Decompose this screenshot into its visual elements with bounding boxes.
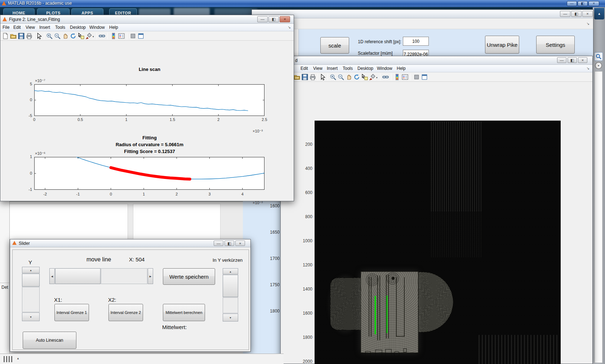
- close-button[interactable]: ×: [582, 11, 593, 17]
- menu-window[interactable]: Window: [89, 25, 105, 30]
- minimize-button[interactable]: —: [560, 11, 570, 17]
- dock-arrow-icon[interactable]: ↘: [288, 25, 291, 29]
- save-icon[interactable]: [18, 33, 25, 39]
- menu-desktop[interactable]: Desktop: [70, 25, 86, 30]
- menu-edit[interactable]: Edit: [13, 25, 21, 30]
- pan-hand-icon[interactable]: [346, 74, 352, 80]
- brush-dropdown-icon[interactable]: ▾: [376, 76, 378, 79]
- interval-limit1-button[interactable]: Interval Grenze 1: [54, 304, 89, 321]
- menu-view[interactable]: View: [26, 25, 35, 30]
- new-figure-icon[interactable]: [2, 33, 9, 39]
- brush-dropdown-icon[interactable]: ▾: [93, 35, 94, 38]
- grip-icon[interactable]: [4, 356, 13, 362]
- close-button[interactable]: ×: [578, 57, 587, 63]
- close-button[interactable]: ×: [280, 16, 290, 22]
- brush-icon[interactable]: [86, 33, 92, 39]
- print-icon[interactable]: [310, 74, 316, 80]
- in-y-slider[interactable]: ▲ ▼: [223, 268, 239, 322]
- slider-thumb[interactable]: [55, 268, 101, 284]
- open-icon[interactable]: [10, 33, 17, 39]
- expand-arrow-icon[interactable]: ▲: [17, 357, 19, 360]
- close-button[interactable]: ×: [235, 241, 245, 246]
- minimize-button[interactable]: —: [214, 241, 223, 246]
- y-slider[interactable]: ▲ ▼: [22, 267, 40, 321]
- data-cursor-icon[interactable]: [361, 74, 368, 80]
- menu-desktop[interactable]: Desktop: [357, 66, 373, 71]
- menu-help[interactable]: Help: [397, 66, 406, 71]
- auto-linescan-button[interactable]: Auto Linescan: [23, 332, 76, 349]
- brush-icon[interactable]: [369, 74, 376, 80]
- settings-button[interactable]: Settings: [536, 36, 575, 54]
- dropdown-button[interactable]: ▼: [595, 62, 602, 69]
- menu-view[interactable]: View: [313, 66, 322, 71]
- pointer-icon[interactable]: [320, 74, 326, 80]
- minimize-button[interactable]: —: [567, 1, 577, 6]
- data-cursor-icon[interactable]: [78, 33, 84, 39]
- menu-file[interactable]: File: [3, 25, 9, 30]
- interval-limit2-button[interactable]: Interval Grenze 2: [108, 304, 143, 321]
- linescan-marker-line[interactable]: [387, 296, 387, 333]
- zoom-in-icon[interactable]: [330, 74, 336, 80]
- calc-mean-button[interactable]: Mittelwert berechnen: [163, 304, 205, 321]
- zoom-out-icon[interactable]: [54, 33, 61, 39]
- slider-up-arrow[interactable]: ▲: [22, 267, 40, 273]
- save-values-button[interactable]: Werte speichern: [163, 268, 215, 285]
- slider-trough[interactable]: [101, 268, 147, 284]
- colorbar-icon[interactable]: [110, 33, 117, 39]
- close-button[interactable]: ×: [588, 1, 599, 6]
- slider-up-arrow[interactable]: ▲: [223, 268, 238, 274]
- scrollbar-track[interactable]: [595, 71, 602, 363]
- menu-insert[interactable]: Insert: [327, 66, 338, 71]
- slider-right-arrow[interactable]: ▶: [148, 268, 153, 284]
- zoom-out-icon[interactable]: [338, 74, 344, 80]
- colorbar-icon[interactable]: [394, 74, 400, 80]
- pan-hand-icon[interactable]: [62, 33, 68, 39]
- restore-button[interactable]: ◧: [268, 16, 279, 22]
- scan-image[interactable]: [315, 121, 561, 364]
- linescan-plot[interactable]: [34, 84, 264, 116]
- slider-thumb[interactable]: [223, 275, 238, 297]
- slider-trough[interactable]: [22, 287, 40, 312]
- open-icon[interactable]: [294, 74, 300, 80]
- slider-down-arrow[interactable]: ▼: [223, 314, 238, 322]
- minimize-button[interactable]: —: [557, 57, 566, 63]
- restore-button[interactable]: ◧: [578, 1, 588, 6]
- restore-button[interactable]: ◧: [571, 11, 582, 17]
- menu-edit[interactable]: Edit: [301, 66, 308, 71]
- rotate-3d-icon[interactable]: [70, 33, 76, 39]
- unwrap-pike-button[interactable]: Unwrap Pike: [485, 36, 519, 54]
- zoom-in-icon[interactable]: [46, 33, 53, 39]
- move-line-slider[interactable]: ◀ ▶: [49, 268, 153, 285]
- collapse-tab[interactable]: ▲: [594, 8, 604, 19]
- linescan-marker-line[interactable]: [375, 296, 376, 334]
- hide-plot-tools-icon[interactable]: [413, 74, 420, 80]
- show-plot-tools-icon[interactable]: [421, 74, 428, 80]
- menu-tools[interactable]: Tools: [343, 66, 353, 71]
- slider-left-arrow[interactable]: ◀: [49, 268, 55, 284]
- ref-shift-input[interactable]: [403, 37, 429, 46]
- fitting-plot[interactable]: [34, 157, 264, 190]
- menu-help[interactable]: Help: [109, 25, 118, 30]
- show-plot-tools-icon[interactable]: [138, 33, 144, 39]
- print-icon[interactable]: [26, 33, 32, 39]
- scale-button[interactable]: scale: [320, 37, 349, 54]
- save-icon[interactable]: [302, 74, 308, 80]
- restore-button[interactable]: ◧: [224, 241, 234, 246]
- restore-button[interactable]: ◧: [568, 57, 577, 63]
- dock-arrow-icon[interactable]: ↘: [587, 22, 590, 26]
- menu-window[interactable]: Window: [377, 66, 392, 71]
- link-plot-icon[interactable]: [382, 74, 389, 80]
- legend-icon[interactable]: [402, 74, 408, 80]
- menu-insert[interactable]: Insert: [39, 25, 50, 30]
- slider-trough[interactable]: [223, 297, 238, 313]
- dock-arrow-icon[interactable]: ↘: [587, 66, 590, 70]
- menu-tools[interactable]: Tools: [55, 25, 65, 30]
- pointer-icon[interactable]: [36, 33, 43, 39]
- slider-thumb[interactable]: [22, 274, 40, 287]
- hide-plot-tools-icon[interactable]: [130, 33, 136, 39]
- link-plot-icon[interactable]: [99, 33, 105, 39]
- slider-down-arrow[interactable]: ▼: [22, 313, 40, 321]
- search-button[interactable]: [594, 52, 603, 61]
- rotate-3d-icon[interactable]: [353, 74, 360, 80]
- legend-icon[interactable]: [118, 33, 125, 39]
